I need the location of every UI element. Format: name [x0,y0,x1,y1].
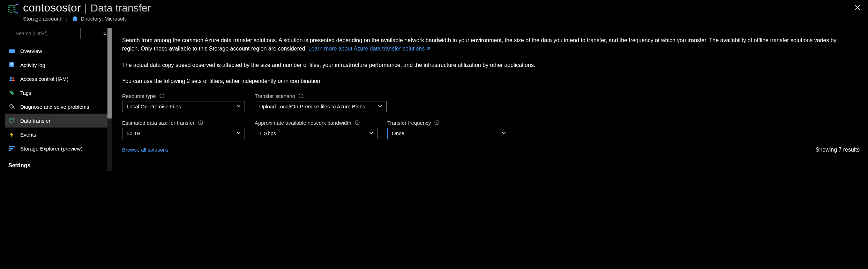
sidebar-item-tags[interactable]: Tags [5,86,107,100]
sidebar-item-activity-log[interactable]: Activity log [5,58,107,72]
intro-paragraph-1: Search from among the common Azure data … [122,36,855,53]
svg-text:i: i [436,121,437,125]
sidebar-item-label: Access control (IAM) [20,76,68,82]
sidebar-item-diagnose[interactable]: Diagnose and solve problems [5,100,107,114]
chevron-down-icon [378,103,383,109]
filter-label-data-size: Estimated data size for transfer [122,120,195,126]
sidebar-item-label: Tags [20,90,31,96]
svg-rect-13 [11,146,13,147]
sidebar-item-label: Data transfer [20,118,51,124]
svg-rect-10 [13,107,15,109]
page-title-sub: Data transfer [90,2,151,14]
sidebar-scrollbar[interactable] [107,28,112,171]
close-button[interactable] [853,3,862,12]
svg-point-7 [10,77,12,79]
select-resource-type[interactable]: Local On-Premise Files [122,101,245,112]
chevron-down-icon [369,130,374,136]
filter-label-frequency: Transfer frequency [387,120,431,126]
select-frequency[interactable]: Once [387,128,510,139]
sidebar-item-label: Overview [20,48,42,54]
svg-rect-14 [13,146,15,147]
filter-label-bandwidth: Approximate available network bandwidth [255,120,351,126]
directory-label: Directory: Microsoft [81,16,126,22]
overview-icon [8,47,15,54]
chevron-down-icon [236,103,241,109]
sidebar-section-settings: Settings [5,155,107,171]
storage-account-icon [7,3,18,15]
chevron-down-icon [236,130,241,136]
sidebar-item-overview[interactable]: Overview [5,44,107,58]
info-icon[interactable]: i [434,120,439,125]
browse-all-solutions-link[interactable]: Browse all solutions [122,147,169,153]
svg-text:i: i [357,121,358,125]
intro-paragraph-2: The actual data copy speed observed is a… [122,61,855,69]
sidebar-item-label: Events [20,132,36,138]
svg-text:i: i [301,94,301,98]
svg-rect-12 [9,146,11,147]
info-icon: i [72,16,78,22]
page-title-main: contosostor [23,1,81,14]
sidebar-item-label: Storage Explorer (preview) [20,146,82,152]
data-transfer-icon [8,117,15,124]
learn-more-link[interactable]: Learn more about Azure data transfer sol… [308,46,431,52]
sidebar-item-data-transfer[interactable]: Data transfer [5,114,107,128]
sidebar-item-label: Diagnose and solve problems [20,104,89,110]
tags-icon [8,89,15,96]
activity-log-icon [8,61,15,68]
sidebar-item-events[interactable]: Events [5,128,107,141]
info-icon[interactable]: i [299,93,304,98]
filter-label-transfer-scenario: Transfer scenario [255,93,295,99]
info-icon[interactable]: i [198,120,203,125]
select-transfer-scenario[interactable]: Upload Local/On-Premise files to Azure B… [255,101,387,112]
info-icon[interactable]: i [159,93,164,98]
resource-type-label: Storage account [23,16,61,22]
svg-point-8 [13,77,14,79]
svg-rect-16 [11,148,13,149]
svg-point-0 [8,5,15,8]
svg-rect-5 [9,49,15,50]
sidebar-item-storage-explorer[interactable]: Storage Explorer (preview) [5,141,107,155]
svg-text:i: i [75,17,76,21]
access-control-icon [8,75,15,82]
select-bandwidth[interactable]: 1 Gbps [255,128,377,139]
svg-text:i: i [200,121,201,125]
collapse-sidebar-button[interactable]: « [103,30,106,37]
search-input[interactable] [5,28,81,39]
svg-rect-17 [9,150,11,151]
subtitle-separator: | [66,16,67,22]
sidebar-item-label: Activity log [20,62,45,68]
filter-label-resource-type: Resource type [122,93,156,99]
external-link-icon [426,45,431,53]
chevron-down-icon [501,130,506,136]
storage-explorer-icon [8,145,15,152]
scrollbar-thumb[interactable] [107,28,112,118]
events-icon [8,131,15,138]
diagnose-icon [8,103,15,110]
sidebar-item-access-control[interactable]: Access control (IAM) [5,72,107,86]
svg-text:i: i [162,94,162,98]
svg-point-9 [10,92,12,93]
intro-paragraph-3: You can use the following 2 sets of filt… [122,77,855,85]
select-data-size[interactable]: 50 TB [122,128,245,139]
svg-point-11 [9,118,14,120]
info-icon[interactable]: i [355,120,360,125]
results-count: Showing 7 results [816,147,865,153]
svg-rect-15 [9,148,11,149]
title-separator: | [84,2,87,14]
